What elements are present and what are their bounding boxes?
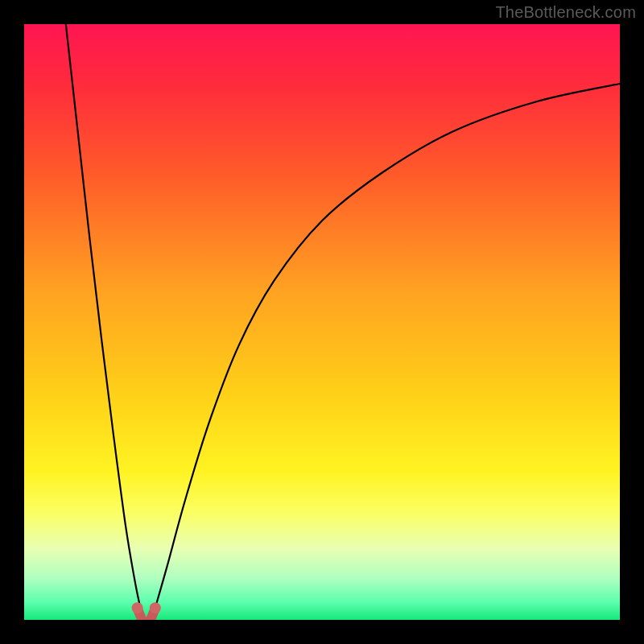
chart-plot-area [24, 24, 620, 620]
chart-svg [24, 24, 620, 620]
outer-frame: TheBottleneck.com [0, 0, 644, 644]
watermark-text: TheBottleneck.com [495, 3, 636, 22]
min-highlight-dot-left [132, 602, 143, 613]
min-highlight-dot-right [150, 602, 161, 613]
chart-background-gradient [24, 24, 620, 620]
